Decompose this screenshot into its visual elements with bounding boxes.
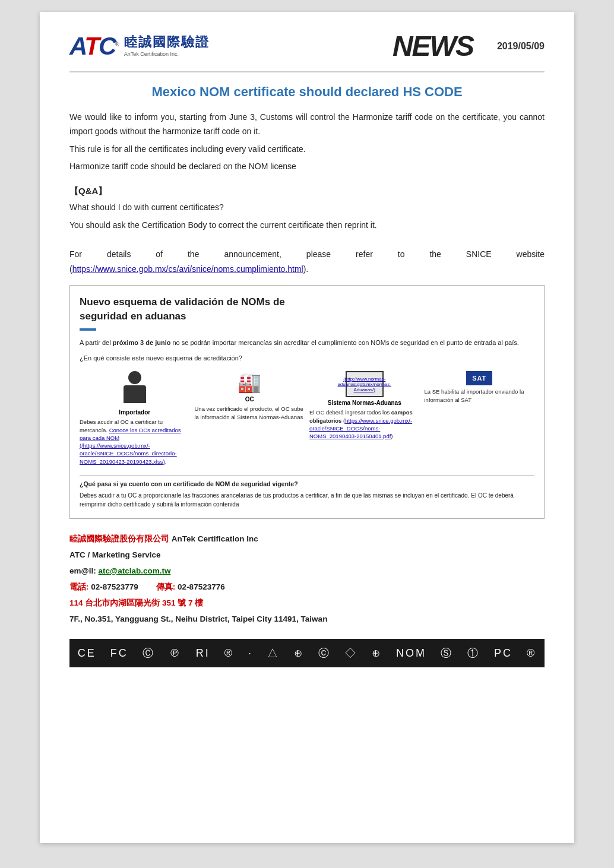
diagram-col-sistema: (http://www.normas-aduanas.gob.mx/normas… <box>309 371 420 440</box>
body-para1: We would like to inform you, starting fr… <box>69 110 545 139</box>
footer-address-en: 7F., No.351, Yangguang St., Neihu Distri… <box>69 611 545 627</box>
cert-bar: CE FC Ⓒ ℗ RI ® · △ ⊕ ⓒ ◇ ⊕ NOM Ⓢ ① PC ® <box>69 639 545 667</box>
logo-sub-text: AnTek Certification Inc. <box>124 51 210 57</box>
img-intro: A partir del próximo 3 de junio no se po… <box>80 338 534 348</box>
img-divider <box>80 328 96 331</box>
oc-label: OC <box>245 396 254 403</box>
ref-text: For details of the announcement, please … <box>69 249 545 259</box>
header: ATC® 睦誠國際驗證 AnTek Certification Inc. NEW… <box>69 30 545 72</box>
diagram: Importador Debes acudir al OC a certific… <box>80 371 534 465</box>
computer-icon: (http://www.normas-aduanas.gob.mx/normas… <box>346 371 384 397</box>
oc-desc: Una vez certificado el producto, el OC s… <box>195 405 305 421</box>
tel-section: 電話: 02-87523779 <box>69 579 138 595</box>
img-bottom-a: Debes acudir a tu OC a proporcionarle la… <box>80 491 534 509</box>
diagram-col-importador: Importador Debes acudir al OC a certific… <box>80 371 190 465</box>
fax-number: 02-87523776 <box>178 582 225 591</box>
logo-area: ATC® 睦誠國際驗證 AnTek Certification Inc. <box>69 33 369 59</box>
footer-email-row: em@il: atc@atclab.com.tw <box>69 563 545 579</box>
news-logo: NEWS <box>393 30 473 62</box>
footer-company: 睦誠國際驗證股份有限公司 AnTek Certification Inc <box>69 531 545 547</box>
company-cn: 睦誠國際驗證股份有限公司 <box>69 534 169 543</box>
qa-answer: You should ask the Certification Body to… <box>69 218 545 233</box>
email-label: em@il: <box>69 566 96 575</box>
company-en: AnTek Certification Inc <box>172 534 258 543</box>
qa-section: 【Q&A】 What should I do with current cert… <box>69 186 545 233</box>
footer-dept: ATC / Marketing Service <box>69 547 545 563</box>
footer-address-cn: 114 台北市內湖區陽光街 351 號 7 樓 <box>69 595 545 611</box>
img-bottom-q: ¿Qué pasa si ya cuento con un certificad… <box>80 480 534 487</box>
person-icon <box>121 371 149 407</box>
importador-desc: Debes acudir al OC a certificar tu merca… <box>80 418 190 465</box>
factory-icon: 🏭 <box>238 371 261 394</box>
main-title: Mexico NOM certificate should declared H… <box>69 84 545 100</box>
fax-label: 傳真: <box>156 582 176 591</box>
atc-logo: ATC® <box>69 34 118 59</box>
tel-label: 電話: <box>69 582 89 591</box>
diagram-col-sat: SAT La SE habilita al importador enviand… <box>425 371 535 404</box>
logo-cn-text: 睦誠國際驗證 <box>124 33 210 51</box>
tel-number: 02-87523779 <box>91 582 138 591</box>
person-body <box>124 385 146 403</box>
cert-logos: CE FC Ⓒ ℗ RI ® · △ ⊕ ⓒ ◇ ⊕ NOM Ⓢ ① PC ® <box>78 647 537 659</box>
img-box-title: Nuevo esquema de validación de NOMs de s… <box>80 295 534 324</box>
sat-desc: La SE habilita al importador enviando la… <box>425 388 535 404</box>
footer-info: 睦誠國際驗證股份有限公司 AnTek Certification Inc ATC… <box>69 531 545 627</box>
header-date: 2019/05/09 <box>497 41 545 52</box>
footer-tel-row: 電話: 02-87523779 傳真: 02-87523776 <box>69 579 545 595</box>
page: ATC® 睦誠國際驗證 AnTek Certification Inc. NEW… <box>40 12 574 843</box>
image-box: Nuevo esquema de validación de NOMs de s… <box>69 285 545 519</box>
fax-section: 傳真: 02-87523776 <box>156 579 225 595</box>
body-para3: Harmonize tariff code should be declared… <box>69 160 545 174</box>
importador-label: Importador <box>119 409 150 416</box>
sistema-desc: El OC deberá ingresar todos los campos o… <box>309 408 420 440</box>
body-para2: This rule is for all the certificates in… <box>69 142 545 157</box>
footer-email[interactable]: atc@atclab.com.tw <box>98 566 170 575</box>
qa-question: What should I do with current certificat… <box>69 201 545 215</box>
qa-title: 【Q&A】 <box>69 186 545 197</box>
person-head <box>128 371 141 384</box>
img-bottom-section: ¿Qué pasa si ya cuento con un certificad… <box>80 475 534 509</box>
ref-link[interactable]: https://www.snice.gob.mx/cs/avi/snice/no… <box>72 264 303 274</box>
img-question: ¿En qué consiste este nuevo esquema de a… <box>80 354 534 362</box>
sat-icon: SAT <box>466 371 492 385</box>
sistema-label: Sistema Normas-Aduanas <box>328 400 401 406</box>
ref-section: For details of the announcement, please … <box>69 247 545 277</box>
diagram-col-oc: 🏭 OC Una vez certificado el producto, el… <box>195 371 305 421</box>
